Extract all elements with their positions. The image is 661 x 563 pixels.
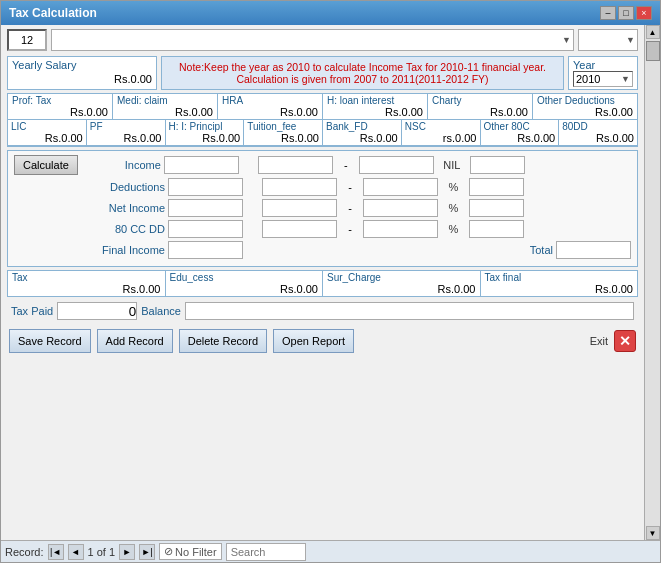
- income-row: Calculate Income - NIL: [14, 155, 631, 175]
- cc80-input-4[interactable]: [469, 220, 524, 238]
- search-input[interactable]: [226, 543, 306, 561]
- record-last-button[interactable]: ►|: [139, 544, 155, 560]
- pct-label-1: %: [441, 181, 466, 193]
- tax-final-value: Rs.0.00: [485, 283, 634, 295]
- chevron-down-icon: ▼: [626, 35, 635, 45]
- year-box: Year 2010 ▼: [568, 56, 638, 90]
- edu-cess-label: Edu_cess: [170, 272, 319, 283]
- year-label: Year: [573, 59, 633, 71]
- tax-cell: Tax Rs.0.00: [8, 271, 166, 296]
- dd80-cell: 80DD Rs.0.00: [559, 120, 637, 145]
- sur-charge-label: Sur_Charge: [327, 272, 476, 283]
- h-principal-label: H: I: Principl: [169, 121, 241, 132]
- record-first-button[interactable]: |◄: [48, 544, 64, 560]
- nsc-value: rs.0.00: [405, 132, 477, 144]
- delete-record-button[interactable]: Delete Record: [179, 329, 267, 353]
- filter-text: No Filter: [175, 546, 217, 558]
- deductions-header-row: Prof: Tax Rs.0.00 Medi: claim Rs.0.00 HR…: [8, 94, 637, 120]
- edu-cess-value: Rs.0.00: [170, 283, 319, 295]
- record-info: 1 of 1: [88, 546, 116, 558]
- close-button[interactable]: ×: [636, 6, 652, 20]
- income-input-3[interactable]: [359, 156, 434, 174]
- cc80-input-2[interactable]: [262, 220, 337, 238]
- other-80c-value: Rs.0.00: [484, 132, 556, 144]
- deductions-section: Prof: Tax Rs.0.00 Medi: claim Rs.0.00 HR…: [7, 93, 638, 147]
- scroll-thumb[interactable]: [646, 41, 660, 61]
- income-dash: -: [336, 159, 356, 171]
- scrollbar[interactable]: ▲ ▼: [644, 25, 660, 540]
- status-bar: Record: |◄ ◄ 1 of 1 ► ►| ⊘ No Filter: [1, 540, 660, 562]
- deductions-calc-label: Deductions: [85, 181, 165, 193]
- other-80c-label: Other 80C: [484, 121, 556, 132]
- net-income-input-3[interactable]: [363, 199, 438, 217]
- top-row: 12 ▼ ▼: [7, 29, 638, 51]
- income-input-1[interactable]: [164, 156, 239, 174]
- net-income-row: Net Income - %: [14, 199, 631, 217]
- medi-claim-cell: Medi: claim Rs.0.00: [113, 94, 218, 119]
- tuition-value: Rs.0.00: [247, 132, 319, 144]
- calculate-section: Calculate Income - NIL Deductions -: [7, 150, 638, 267]
- cc80-input-3[interactable]: [363, 220, 438, 238]
- tax-label: Tax: [12, 272, 161, 283]
- deductions-input-4[interactable]: [469, 178, 524, 196]
- tax-section: Tax Rs.0.00 Edu_cess Rs.0.00 Sur_Charge …: [7, 270, 638, 297]
- deductions-input-3[interactable]: [363, 178, 438, 196]
- dd80-value: Rs.0.00: [562, 132, 634, 144]
- charity-label: Charty: [432, 95, 528, 106]
- deductions-input-1[interactable]: [168, 178, 243, 196]
- salary-value: Rs.0.00: [12, 73, 152, 85]
- net-income-input-1[interactable]: [168, 199, 243, 217]
- save-record-button[interactable]: Save Record: [9, 329, 91, 353]
- balance-input[interactable]: [185, 302, 634, 320]
- other-80c-cell: Other 80C Rs.0.00: [481, 120, 560, 145]
- pct-label-2: %: [441, 202, 466, 214]
- year-select[interactable]: 2010 ▼: [573, 71, 633, 87]
- final-income-label: Final Income: [85, 244, 165, 256]
- calculate-button[interactable]: Calculate: [14, 155, 78, 175]
- net-income-input-4[interactable]: [469, 199, 524, 217]
- medi-claim-value: Rs.0.00: [117, 106, 213, 118]
- window-title: Tax Calculation: [9, 6, 97, 20]
- maximize-button[interactable]: □: [618, 6, 634, 20]
- loan-interest-label: H: loan interest: [327, 95, 423, 106]
- nil-label: NIL: [437, 159, 467, 171]
- income-input-2[interactable]: [258, 156, 333, 174]
- salary-row: Yearly Salary Rs.0.00 Note:Keep the year…: [7, 56, 638, 90]
- tuition-cell: Tuition_fee Rs.0.00: [244, 120, 323, 145]
- charity-value: Rs.0.00: [432, 106, 528, 118]
- scroll-up-arrow[interactable]: ▲: [646, 25, 660, 39]
- minimize-button[interactable]: –: [600, 6, 616, 20]
- prof-tax-value: Rs.0.00: [12, 106, 108, 118]
- net-income-input-2[interactable]: [262, 199, 337, 217]
- cc80-input-1[interactable]: [168, 220, 243, 238]
- no-filter-indicator: ⊘ No Filter: [159, 543, 222, 560]
- record-next-button[interactable]: ►: [119, 544, 135, 560]
- dropdown-2[interactable]: ▼: [578, 29, 638, 51]
- year-value: 2010: [576, 73, 600, 85]
- income-input-4[interactable]: [470, 156, 525, 174]
- chevron-down-icon: ▼: [562, 35, 571, 45]
- open-report-button[interactable]: Open Report: [273, 329, 354, 353]
- pf-cell: PF Rs.0.00: [87, 120, 166, 145]
- funnel-icon: ⊘: [164, 545, 173, 558]
- sur-charge-value: Rs.0.00: [327, 283, 476, 295]
- exit-button[interactable]: ✕: [614, 330, 636, 352]
- hra-label: HRA: [222, 95, 318, 106]
- dropdown-1[interactable]: ▼: [51, 29, 574, 51]
- scroll-down-arrow[interactable]: ▼: [646, 526, 660, 540]
- close-icon: ✕: [619, 333, 631, 349]
- record-prev-button[interactable]: ◄: [68, 544, 84, 560]
- chevron-down-icon: ▼: [621, 74, 630, 84]
- hra-cell: HRA Rs.0.00: [218, 94, 323, 119]
- number-box[interactable]: 12: [7, 29, 47, 51]
- taxpaid-input[interactable]: [57, 302, 137, 320]
- total-input[interactable]: [556, 241, 631, 259]
- final-income-input-1[interactable]: [168, 241, 243, 259]
- add-record-button[interactable]: Add Record: [97, 329, 173, 353]
- h-principal-value: Rs.0.00: [169, 132, 241, 144]
- deductions-input-2[interactable]: [262, 178, 337, 196]
- title-controls: – □ ×: [600, 6, 652, 20]
- content-area: 12 ▼ ▼ Yearly Salary Rs.0.00 Note:Keep t…: [1, 25, 660, 540]
- pct-label-3: %: [441, 223, 466, 235]
- cc80-row: 80 CC DD - %: [14, 220, 631, 238]
